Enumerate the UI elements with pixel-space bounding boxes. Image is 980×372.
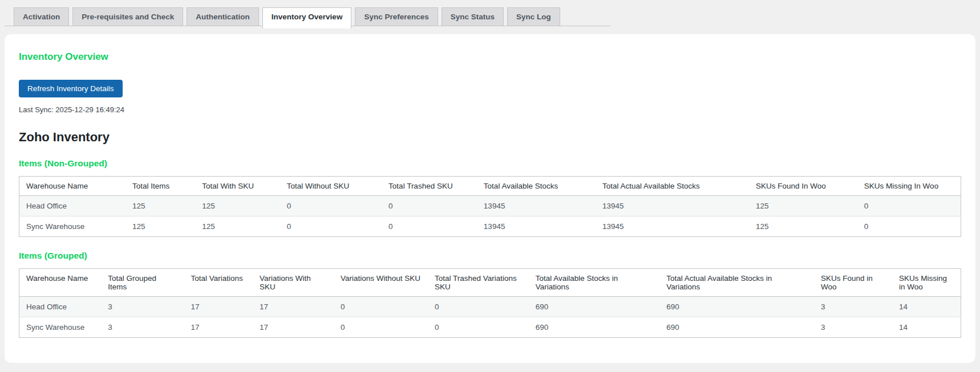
table-cell: Sync Warehouse: [19, 317, 102, 338]
table-cell: 13945: [477, 216, 596, 237]
column-header: SKUs Missing in Woo: [892, 269, 961, 297]
table-header-row: Warehouse NameTotal ItemsTotal With SKUT…: [19, 177, 961, 196]
tab-sync-preferences[interactable]: Sync Preferences: [355, 7, 438, 26]
table-cell: Head Office: [19, 297, 102, 317]
table-cell: 13945: [477, 196, 596, 216]
table-cell: 14: [892, 297, 961, 317]
column-header: Total Grouped Items: [101, 269, 184, 297]
tab-bar: ActivationPre-requisites and CheckAuthen…: [5, 7, 610, 26]
table-cell: 690: [529, 297, 659, 317]
column-header: Warehouse Name: [19, 177, 126, 196]
table-cell: 17: [184, 317, 253, 338]
table-cell: 690: [659, 297, 814, 317]
column-header: Variations Without SKU: [334, 269, 428, 297]
table-cell: 125: [195, 196, 280, 216]
column-header: Warehouse Name: [19, 269, 102, 297]
zoho-inventory-heading: Zoho Inventory: [19, 130, 961, 145]
table-cell: 690: [529, 317, 659, 338]
column-header: Total Without SKU: [280, 177, 382, 196]
table-header-row: Warehouse NameTotal Grouped ItemsTotal V…: [19, 269, 961, 297]
column-header: Total Trashed SKU: [382, 177, 477, 196]
table-row: Head Office1251250013945139451250: [19, 196, 961, 216]
column-header: SKUs Missing In Woo: [857, 177, 961, 196]
tab-sync-status[interactable]: Sync Status: [442, 7, 504, 26]
column-header: Total Items: [125, 177, 195, 196]
table-cell: 0: [428, 297, 529, 317]
tab-sync-log[interactable]: Sync Log: [507, 7, 560, 26]
column-header: Total Available Stocks in Variations: [529, 269, 659, 297]
table-cell: 125: [195, 216, 280, 237]
table-cell: 3: [814, 317, 892, 338]
table-cell: 14: [892, 317, 961, 338]
column-header: Total Variations: [184, 269, 253, 297]
table-cell: 690: [659, 317, 814, 338]
table-cell: 13945: [596, 196, 749, 216]
table-cell: 0: [334, 297, 428, 317]
table-cell: Head Office: [19, 196, 126, 216]
table-cell: 0: [857, 216, 961, 237]
table-cell: 125: [125, 196, 195, 216]
table-grouped: Warehouse NameTotal Grouped ItemsTotal V…: [19, 268, 961, 338]
inventory-overview-panel: Inventory Overview Refresh Inventory Det…: [5, 34, 975, 363]
table-non-grouped: Warehouse NameTotal ItemsTotal With SKUT…: [19, 176, 961, 237]
column-header: Total With SKU: [195, 177, 280, 196]
table-cell: 0: [428, 317, 529, 338]
table-cell: 17: [253, 297, 334, 317]
page-title: Inventory Overview: [19, 51, 961, 63]
refresh-inventory-button[interactable]: Refresh Inventory Details: [19, 80, 123, 97]
column-header: SKUs Found in Woo: [814, 269, 892, 297]
table-cell: 3: [101, 297, 184, 317]
table-cell: 13945: [596, 216, 749, 237]
table-cell: Sync Warehouse: [19, 216, 126, 237]
table-cell: 3: [101, 317, 184, 338]
table-cell: 125: [749, 196, 857, 216]
table-cell: 125: [749, 216, 857, 237]
table-cell: 0: [334, 317, 428, 338]
items-non-grouped-heading: Items (Non-Grouped): [19, 158, 961, 169]
items-grouped-heading: Items (Grouped): [19, 251, 961, 261]
table-cell: 0: [382, 196, 477, 216]
table-row: Sync Warehouse3171700690690314: [19, 317, 961, 338]
table-cell: 0: [280, 216, 382, 237]
column-header: Total Trashed Variations SKU: [428, 269, 529, 297]
column-header: SKUs Found In Woo: [749, 177, 857, 196]
table-cell: 17: [184, 297, 253, 317]
table-row: Sync Warehouse1251250013945139451250: [19, 216, 961, 237]
tab-authentication[interactable]: Authentication: [187, 7, 259, 26]
column-header: Variations With SKU: [253, 269, 334, 297]
column-header: Total Actual Available Stocks: [596, 177, 749, 196]
table-cell: 17: [253, 317, 334, 338]
tab-inventory-overview[interactable]: Inventory Overview: [262, 7, 352, 28]
table-row: Head Office3171700690690314: [19, 297, 961, 317]
table-cell: 0: [382, 216, 477, 237]
column-header: Total Actual Available Stocks in Variati…: [659, 269, 814, 297]
table-cell: 125: [125, 216, 195, 237]
table-cell: 0: [857, 196, 961, 216]
table-cell: 3: [814, 297, 892, 317]
tab-pre-requisites-and-check[interactable]: Pre-requisites and Check: [72, 7, 183, 26]
table-cell: 0: [280, 196, 382, 216]
tab-activation[interactable]: Activation: [14, 7, 69, 26]
column-header: Total Available Stocks: [477, 177, 596, 196]
last-sync-timestamp: Last Sync: 2025-12-29 16:49:24: [19, 105, 961, 114]
